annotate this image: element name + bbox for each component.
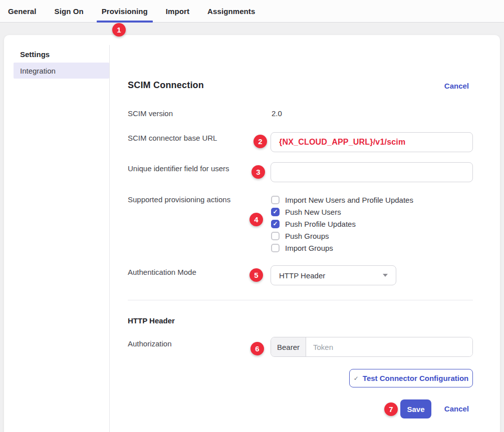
checkbox-label: Push New Users	[285, 208, 341, 216]
checkbox-icon: ✓	[271, 208, 280, 216]
save-button[interactable]: Save	[400, 399, 431, 418]
sidebar-item-integration[interactable]: Integration	[14, 63, 109, 79]
chevron-down-icon	[383, 274, 388, 277]
annotation-badge-5: 5	[249, 268, 263, 282]
http-header-heading: HTTP Header	[128, 316, 175, 325]
cancel-link-top[interactable]: Cancel	[444, 82, 469, 90]
tab-provisioning[interactable]: Provisioning	[97, 0, 153, 22]
annotation-badge-2: 2	[254, 135, 267, 148]
authorization-label: Authorization	[128, 339, 172, 348]
sidebar-item-label: Integration	[20, 67, 56, 75]
annotation-badge-1: 1	[112, 23, 126, 37]
app-window: General Sign On Provisioning Import Assi…	[0, 0, 504, 432]
sidebar-divider	[109, 45, 110, 432]
bearer-prefix: Bearer	[271, 337, 306, 356]
base-url-label: SCIM connector base URL	[128, 134, 217, 142]
checkbox-label: Push Profile Updates	[285, 220, 356, 228]
cancel-link-bottom[interactable]: Cancel	[444, 404, 469, 413]
page-title: SCIM Connection	[128, 80, 204, 91]
auth-mode-label: Authentication Mode	[128, 268, 196, 276]
sidebar-heading: Settings	[20, 50, 50, 59]
checkbox-icon: ✓	[271, 196, 280, 204]
auth-mode-selected-value: HTTP Header	[279, 271, 325, 280]
section-divider	[128, 300, 473, 300]
annotation-badge-6: 6	[250, 342, 264, 355]
checkbox-import-new-users[interactable]: ✓ Import New Users and Profile Updates	[271, 194, 413, 206]
test-connector-button[interactable]: ✓ Test Connector Configuration	[349, 369, 473, 387]
checkbox-icon: ✓	[271, 220, 280, 228]
unique-id-input[interactable]	[271, 162, 473, 182]
annotation-badge-3: 3	[251, 165, 265, 179]
base-url-input[interactable]	[271, 132, 473, 152]
tab-assignments[interactable]: Assignments	[202, 0, 260, 22]
app-tab-bar: General Sign On Provisioning Import Assi…	[0, 0, 504, 23]
authorization-input-group: Bearer	[271, 337, 473, 357]
checkbox-push-new-users[interactable]: ✓ Push New Users	[271, 206, 341, 218]
tab-import[interactable]: Import	[161, 0, 194, 22]
checkbox-icon: ✓	[271, 244, 280, 252]
annotation-badge-7: 7	[384, 402, 398, 416]
unique-id-label: Unique identifier field for users	[128, 164, 229, 173]
checkbox-label: Push Groups	[285, 232, 329, 240]
checkbox-push-profile-updates[interactable]: ✓ Push Profile Updates	[271, 218, 356, 230]
test-connector-label: Test Connector Configuration	[363, 374, 468, 382]
checkbox-label: Import Groups	[285, 244, 333, 252]
check-icon: ✓	[273, 221, 278, 227]
provisioning-panel: Settings Integration SCIM Connection Can…	[4, 35, 500, 432]
check-icon: ✓	[354, 375, 359, 382]
annotation-badge-4: 4	[249, 213, 263, 226]
tab-sign-on[interactable]: Sign On	[50, 0, 89, 22]
token-input[interactable]	[306, 337, 472, 356]
scim-version-value: 2.0	[272, 109, 282, 118]
scim-version-label: SCIM version	[128, 109, 173, 118]
auth-mode-select[interactable]: HTTP Header	[271, 265, 396, 285]
tab-general[interactable]: General	[3, 0, 42, 22]
checkbox-import-groups[interactable]: ✓ Import Groups	[271, 242, 333, 254]
actions-label: Supported provisioning actions	[128, 195, 230, 204]
check-icon: ✓	[273, 209, 278, 215]
checkbox-label: Import New Users and Profile Updates	[285, 196, 413, 204]
checkbox-icon: ✓	[271, 232, 280, 240]
checkbox-push-groups[interactable]: ✓ Push Groups	[271, 230, 329, 242]
